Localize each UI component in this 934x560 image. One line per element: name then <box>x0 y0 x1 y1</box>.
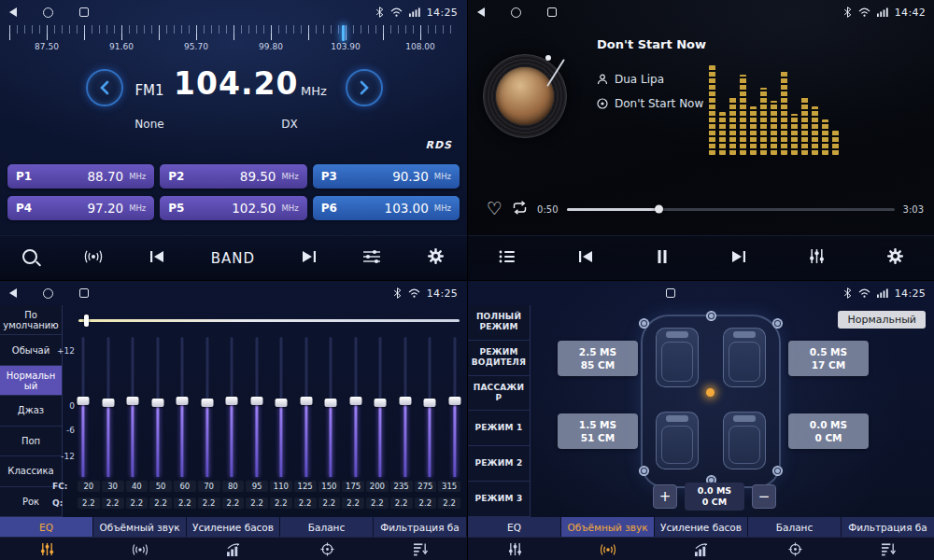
nav-back-icon[interactable] <box>477 7 485 17</box>
listening-mode-item[interactable]: ПАССАЖИР <box>468 376 530 412</box>
master-level-slider[interactable] <box>78 319 460 322</box>
previous-track-button[interactable] <box>577 249 594 268</box>
slider-handle[interactable] <box>399 397 411 405</box>
audio-tab[interactable]: Фильтрация ба <box>842 517 934 538</box>
slider-handle[interactable] <box>325 399 337 407</box>
seat-rear-left[interactable] <box>656 412 699 469</box>
slider-handle[interactable] <box>375 399 387 407</box>
eq-band-slider[interactable] <box>126 337 139 477</box>
seat-front-left[interactable] <box>656 328 699 387</box>
listening-position-dot[interactable] <box>706 388 715 397</box>
tab-filter[interactable] <box>842 538 934 560</box>
nav-back-icon[interactable] <box>9 288 17 298</box>
audio-tab[interactable]: EQ <box>0 517 93 538</box>
slider-handle[interactable] <box>78 397 90 405</box>
preset-button[interactable]: P1 88.70 MHz <box>7 164 154 189</box>
eq-band-slider[interactable] <box>225 337 238 477</box>
nav-home-icon[interactable] <box>511 7 521 18</box>
favorite-button[interactable]: ♡ <box>487 200 502 218</box>
slider-handle[interactable] <box>250 397 262 405</box>
audio-tab[interactable]: Баланс <box>280 517 374 538</box>
audio-tab[interactable]: Усиление басов <box>655 517 748 538</box>
seek-bar[interactable] <box>567 208 895 211</box>
slider-handle[interactable] <box>151 399 163 407</box>
listening-mode-item[interactable]: РЕЖИМ 3 <box>468 482 530 517</box>
audio-tab[interactable]: EQ <box>468 517 561 538</box>
eq-band-slider[interactable] <box>151 337 164 477</box>
repeat-button[interactable] <box>511 201 529 218</box>
tab-surround[interactable] <box>561 538 655 560</box>
sound-profile-button[interactable]: Нормальный <box>838 311 926 329</box>
next-station-button[interactable] <box>301 249 318 268</box>
settings-button[interactable] <box>886 247 904 269</box>
tab-balance[interactable] <box>280 538 374 560</box>
delay-decrease-button[interactable]: − <box>752 484 776 509</box>
band-button[interactable]: BAND <box>211 250 255 267</box>
nav-home-icon[interactable] <box>43 7 53 18</box>
slider-handle[interactable] <box>102 399 114 407</box>
nav-recents-icon[interactable] <box>79 7 89 17</box>
slider-handle[interactable] <box>300 397 312 405</box>
eq-band-slider[interactable] <box>423 337 436 477</box>
tab-eq[interactable] <box>0 538 93 560</box>
slider-handle[interactable] <box>226 397 238 405</box>
eq-band-slider[interactable] <box>250 337 263 477</box>
nav-recents-icon[interactable] <box>547 7 557 17</box>
tab-balance[interactable] <box>748 538 842 560</box>
delay-rear-left[interactable]: 1.5 MS 51 CM <box>558 413 638 449</box>
eq-preset-item[interactable]: Нормальный <box>0 366 62 396</box>
delay-front-left[interactable]: 2.5 MS 85 CM <box>558 341 638 376</box>
frequency-ruler[interactable] <box>9 25 458 40</box>
scan-button[interactable] <box>83 249 104 268</box>
nav-back-icon[interactable] <box>9 7 17 17</box>
tab-bass-boost[interactable] <box>655 538 748 560</box>
nav-recents-icon[interactable] <box>666 288 675 298</box>
eq-band-slider[interactable] <box>77 337 90 477</box>
delay-increase-button[interactable]: + <box>653 484 677 509</box>
eq-band-slider[interactable] <box>102 337 115 477</box>
audio-tab[interactable]: Объёмный звук <box>93 517 187 538</box>
preset-button[interactable]: P4 97.20 MHz <box>7 196 154 220</box>
audio-settings-button[interactable] <box>362 249 381 268</box>
eq-preset-item[interactable]: По умолчанию <box>0 305 62 335</box>
pause-button[interactable] <box>656 249 669 268</box>
search-button[interactable] <box>22 249 37 268</box>
eq-band-slider[interactable] <box>300 337 313 477</box>
nav-recents-icon[interactable] <box>79 288 89 298</box>
master-slider-handle[interactable] <box>84 315 89 327</box>
progress-knob[interactable] <box>655 205 663 214</box>
tab-bass-boost[interactable] <box>187 538 280 560</box>
equalizer-button[interactable] <box>809 248 825 268</box>
eq-band-slider[interactable] <box>374 337 387 477</box>
audio-tab[interactable]: Усиление басов <box>187 517 280 538</box>
settings-button[interactable] <box>427 247 445 269</box>
tab-surround[interactable] <box>93 538 187 560</box>
slider-handle[interactable] <box>127 397 139 405</box>
album-art[interactable] <box>483 54 567 138</box>
nav-home-icon[interactable] <box>43 288 53 299</box>
preset-button[interactable]: P5 102.50 MHz <box>160 196 306 220</box>
listening-mode-item[interactable]: РЕЖИМ 2 <box>468 446 530 482</box>
listening-mode-item[interactable]: РЕЖИМ 1 <box>468 411 530 446</box>
tab-filter[interactable] <box>374 538 467 560</box>
eq-band-slider[interactable] <box>448 337 461 477</box>
eq-band-slider[interactable] <box>399 337 412 477</box>
tune-down-button[interactable] <box>86 69 123 106</box>
listening-mode-item[interactable]: ПОЛНЫЙ РЕЖИМ <box>468 305 530 341</box>
playlist-button[interactable] <box>499 249 516 267</box>
preset-button[interactable]: P3 90.30 MHz <box>313 164 460 189</box>
previous-station-button[interactable] <box>149 249 165 268</box>
slider-handle[interactable] <box>201 399 213 407</box>
preset-button[interactable]: P2 89.50 MHz <box>160 164 306 189</box>
delay-front-right[interactable]: 0.5 MS 17 CM <box>788 341 869 376</box>
eq-band-slider[interactable] <box>349 337 362 477</box>
audio-tab[interactable]: Баланс <box>748 517 842 538</box>
audio-tab[interactable]: Фильтрация ба <box>374 517 467 538</box>
preset-button[interactable]: P6 103.00 MHz <box>313 196 460 220</box>
eq-band-slider[interactable] <box>201 337 214 477</box>
eq-band-slider[interactable] <box>324 337 337 477</box>
seat-front-right[interactable] <box>723 328 766 387</box>
next-track-button[interactable] <box>730 249 747 268</box>
eq-band-slider[interactable] <box>275 337 288 477</box>
tab-eq[interactable] <box>468 538 561 560</box>
